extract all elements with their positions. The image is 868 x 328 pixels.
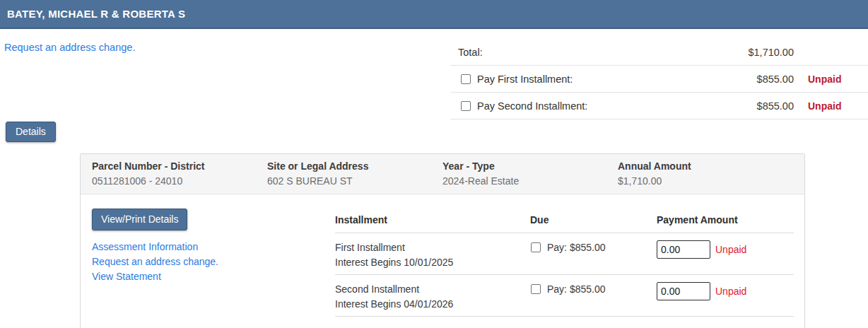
parcel-details-panel: Parcel Number - District 0511281006 - 24… [80, 153, 805, 328]
first-installment-status-badge: Unpaid [794, 74, 868, 85]
installment-name-cell: Second Installment Interest Begins 04/01… [335, 282, 520, 312]
payment-amount-cell: Unpaid [657, 240, 794, 270]
address-change-link-top[interactable]: Request an address change. [4, 42, 135, 53]
summary-col-annual-amount: Annual Amount $1,710.00 [618, 160, 793, 187]
summary-col-year-type: Year - Type 2024-Real Estate [442, 160, 618, 187]
total-row: Total: $1,710.00 [450, 39, 868, 66]
pay-first-installment-label: Pay First Installment: [477, 74, 573, 85]
pay-second-installment-checkbox[interactable] [461, 101, 471, 111]
pay-first-installment-checkbox[interactable] [461, 74, 471, 84]
installment-table-header: Installment Due Payment Amount [335, 209, 794, 233]
annual-amount-label: Annual Amount [618, 160, 793, 172]
page-header-bar: BATEY, MICHAEL R & ROBERTA S [0, 0, 868, 29]
pay-second-installment-row: Pay Second Installment: $855.00 Unpaid [450, 93, 868, 119]
second-installment-status-badge: Unpaid [794, 100, 868, 112]
year-type-label: Year - Type [442, 160, 618, 172]
pay-second-installment-label: Pay Second Installment: [477, 100, 587, 112]
parcel-number-value: 0511281006 - 24010 [92, 175, 267, 187]
installment-name: First Installment [335, 240, 520, 255]
view-print-details-button[interactable]: View/Print Details [92, 209, 187, 230]
taxpayer-name-title: BATEY, MICHAEL R & ROBERTA S [0, 8, 185, 20]
due-cell: Pay: $855.00 [520, 240, 657, 270]
site-address-label: Site or Legal Address [267, 160, 442, 172]
interest-begins-note: Interest Begins 10/01/2025 [335, 255, 520, 270]
summary-col-address: Site or Legal Address 602 S BUREAU ST [267, 160, 442, 187]
assessment-information-link[interactable]: Assessment Information [92, 240, 218, 254]
installment-name: Second Installment [335, 282, 520, 297]
row-pay-second-checkbox[interactable] [531, 284, 541, 294]
details-button[interactable]: Details [6, 122, 56, 142]
installment-table: Installment Due Payment Amount First Ins… [335, 209, 794, 317]
interest-begins-note: Interest Begins 04/01/2026 [335, 297, 520, 312]
first-installment-table-row: First Installment Interest Begins 10/01/… [335, 233, 794, 275]
pay-due-amount: Pay: $855.00 [547, 242, 606, 253]
first-payment-amount-input[interactable] [657, 240, 710, 259]
second-row-unpaid-status: Unpaid [715, 282, 746, 300]
due-column-header: Due [520, 214, 657, 226]
installment-column-header: Installment [335, 214, 520, 226]
year-type-value: 2024-Real Estate [442, 175, 618, 187]
payment-amount-column-header: Payment Amount [657, 214, 794, 226]
address-change-link-panel[interactable]: Request an address change. [92, 254, 218, 269]
view-statement-link[interactable]: View Statement [92, 269, 218, 284]
taxpayer-payment-page: BATEY, MICHAEL R & ROBERTA S Request an … [0, 0, 868, 328]
site-address-value: 602 S BUREAU ST [267, 175, 442, 187]
parcel-summary-header: Parcel Number - District 0511281006 - 24… [81, 154, 804, 194]
installment-name-cell: First Installment Interest Begins 10/01/… [335, 240, 520, 270]
first-installment-amount: $855.00 [730, 74, 794, 85]
annual-amount-value: $1,710.00 [618, 175, 793, 187]
parcel-links: Assessment Information Request an addres… [92, 240, 218, 284]
due-cell: Pay: $855.00 [520, 282, 657, 312]
second-installment-amount: $855.00 [730, 100, 794, 112]
second-installment-table-row: Second Installment Interest Begins 04/01… [335, 275, 794, 317]
payment-amount-cell: Unpaid [657, 282, 794, 312]
first-row-unpaid-status: Unpaid [715, 240, 746, 259]
total-amount: $1,710.00 [730, 47, 794, 58]
total-label: Total: [458, 47, 483, 58]
pay-due-amount: Pay: $855.00 [547, 283, 606, 295]
second-payment-amount-input[interactable] [657, 282, 710, 300]
row-pay-first-checkbox[interactable] [531, 242, 541, 252]
parcel-details-body: View/Print Details Assessment Informatio… [81, 194, 804, 328]
parcel-number-label: Parcel Number - District [92, 160, 267, 172]
summary-col-parcel: Parcel Number - District 0511281006 - 24… [92, 160, 267, 187]
pay-first-installment-row: Pay First Installment: $855.00 Unpaid [450, 66, 868, 93]
payment-totals-section: Total: $1,710.00 Pay First Installment: … [450, 39, 868, 119]
